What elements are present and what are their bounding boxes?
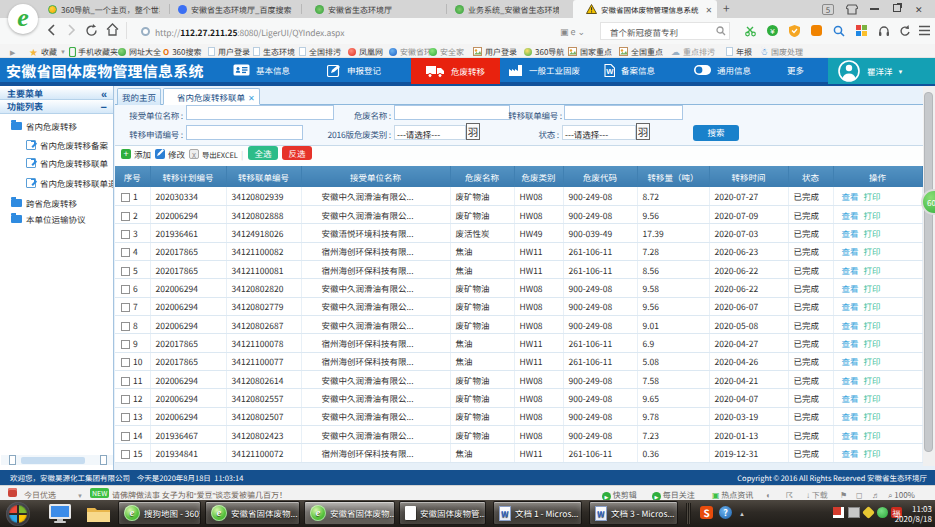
svg-text:W: W [606, 67, 614, 76]
